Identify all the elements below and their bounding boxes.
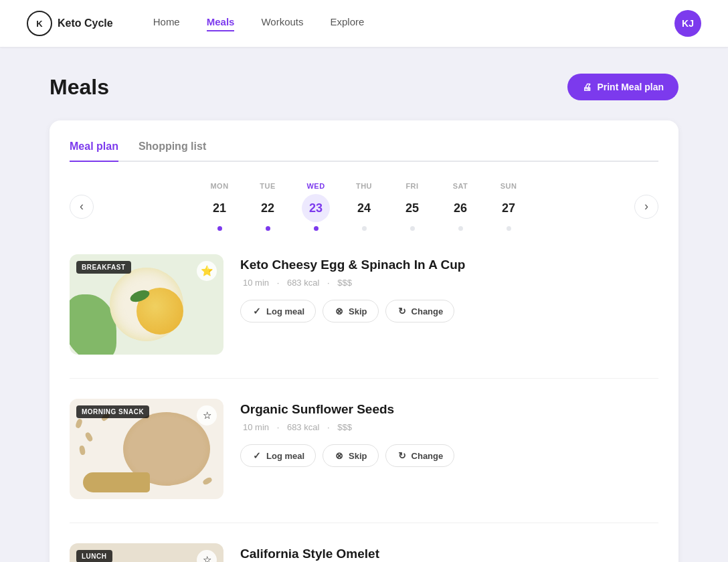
print-meal-plan-button[interactable]: 🖨 Print Meal plan [567, 74, 678, 100]
meal-meta-breakfast: 10 min · 683 kcal · $$$ [240, 278, 658, 288]
skip-icon-snack: ⊗ [334, 450, 345, 461]
tabs: Meal plan Shopping list [70, 140, 658, 162]
day-mon[interactable]: MON 21 [205, 182, 234, 231]
skip-button-breakfast[interactable]: ⊗ Skip [323, 300, 378, 322]
nav-meals[interactable]: Meals [207, 16, 235, 31]
day-dot-wed [314, 226, 318, 231]
change-icon: ↻ [397, 306, 407, 316]
change-icon-snack: ↻ [397, 450, 407, 461]
day-label-thu: THU [356, 182, 372, 190]
navbar: K Keto Cycle Home Meals Workouts Explore… [0, 0, 728, 47]
day-dot-tue [266, 226, 270, 231]
meal-info-breakfast: Keto Cheesy Egg & Spinach In A Cup 10 mi… [240, 254, 658, 322]
skip-button-snack[interactable]: ⊗ Skip [323, 444, 378, 467]
day-sat[interactable]: SAT 26 [446, 182, 474, 231]
change-button-breakfast[interactable]: ↻ Change [385, 300, 455, 322]
day-dot-mon [217, 226, 222, 231]
meal-item-lunch: LUNCH ☆ California Style Omelet 10 min ·… [70, 543, 658, 562]
meal-star-snack[interactable]: ☆ [197, 405, 217, 426]
day-num-mon: 21 [213, 201, 226, 215]
meal-name-lunch: California Style Omelet [240, 547, 658, 561]
nav-workouts[interactable]: Workouts [261, 16, 303, 31]
day-num-fri: 25 [405, 201, 419, 215]
meal-item-snack: MORNING SNACK ☆ Organic Sunflower Seeds … [70, 399, 658, 499]
next-week-button[interactable]: › [634, 195, 658, 219]
meal-info-lunch: California Style Omelet 10 min · 683 kca… [240, 543, 658, 562]
page-header: Meals 🖨 Print Meal plan [50, 74, 678, 100]
logo-text: Keto Cycle [58, 17, 113, 29]
meal-image-snack: MORNING SNACK ☆ [70, 399, 223, 499]
day-label-sun: SUN [500, 182, 517, 190]
skip-icon: ⊗ [334, 306, 345, 316]
day-dot-thu [362, 226, 367, 231]
day-label-fri: FRI [405, 182, 418, 190]
meal-badge-breakfast: BREAKFAST [76, 261, 131, 274]
tab-meal-plan[interactable]: Meal plan [70, 140, 118, 162]
day-label-wed: WED [306, 182, 325, 190]
meal-name-breakfast: Keto Cheesy Egg & Spinach In A Cup [240, 258, 658, 272]
day-tue[interactable]: TUE 22 [254, 182, 282, 231]
meal-actions-breakfast: ✓ Log meal ⊗ Skip ↻ Change [240, 300, 658, 322]
log-meal-button-snack[interactable]: ✓ Log meal [240, 444, 316, 467]
day-label-mon: MON [210, 182, 228, 190]
meal-image-lunch: LUNCH ☆ [70, 543, 223, 562]
meal-badge-lunch: LUNCH [76, 550, 112, 562]
day-label-tue: TUE [260, 182, 276, 190]
tab-shopping-list[interactable]: Shopping list [139, 140, 206, 162]
nav-links: Home Meals Workouts Explore [153, 16, 674, 31]
day-label-sat: SAT [453, 182, 468, 190]
meal-star-breakfast[interactable]: ⭐ [197, 261, 217, 281]
main-card: Meal plan Shopping list ‹ MON 21 TUE [50, 120, 678, 562]
user-avatar[interactable]: KJ [674, 10, 701, 37]
meal-badge-snack: MORNING SNACK [76, 405, 149, 418]
page-title: Meals [50, 75, 109, 100]
day-num-thu: 24 [357, 201, 371, 215]
week-days: MON 21 TUE 22 WED [205, 182, 523, 231]
day-thu[interactable]: THU 24 [350, 182, 378, 231]
day-dot-sat [458, 226, 463, 231]
meal-name-snack: Organic Sunflower Seeds [240, 402, 658, 417]
day-fri[interactable]: FRI 25 [398, 182, 426, 231]
log-icon: ✓ [252, 306, 262, 316]
day-wed[interactable]: WED 23 [302, 182, 330, 231]
log-icon-snack: ✓ [252, 450, 262, 461]
meal-image-breakfast: BREAKFAST ⭐ [70, 254, 223, 355]
divider-2 [70, 523, 658, 523]
day-num-sun: 27 [502, 201, 515, 215]
day-dot-sun [507, 226, 511, 231]
nav-explore[interactable]: Explore [331, 16, 365, 31]
day-sun[interactable]: SUN 27 [494, 182, 523, 231]
nav-home[interactable]: Home [153, 16, 180, 31]
page-content: Meals 🖨 Print Meal plan Meal plan Shoppi… [36, 47, 692, 562]
week-nav: ‹ MON 21 TUE 22 [70, 182, 658, 231]
day-dot-fri [410, 226, 415, 231]
meal-meta-snack: 10 min · 683 kcal · $$$ [240, 422, 658, 432]
day-num-sat: 26 [454, 201, 467, 215]
meal-info-snack: Organic Sunflower Seeds 10 min · 683 kca… [240, 399, 658, 467]
printer-icon: 🖨 [582, 82, 592, 92]
logo-icon: K [27, 11, 52, 36]
divider-1 [70, 378, 658, 379]
day-num-wed: 23 [309, 201, 323, 215]
logo[interactable]: K Keto Cycle [27, 11, 113, 36]
log-meal-button-breakfast[interactable]: ✓ Log meal [240, 300, 316, 322]
meal-item-breakfast: BREAKFAST ⭐ Keto Cheesy Egg & Spinach In… [70, 254, 658, 355]
change-button-snack[interactable]: ↻ Change [385, 444, 455, 467]
meal-actions-snack: ✓ Log meal ⊗ Skip ↻ Change [240, 444, 658, 467]
prev-week-button[interactable]: ‹ [70, 195, 94, 219]
day-num-tue: 22 [261, 201, 274, 215]
